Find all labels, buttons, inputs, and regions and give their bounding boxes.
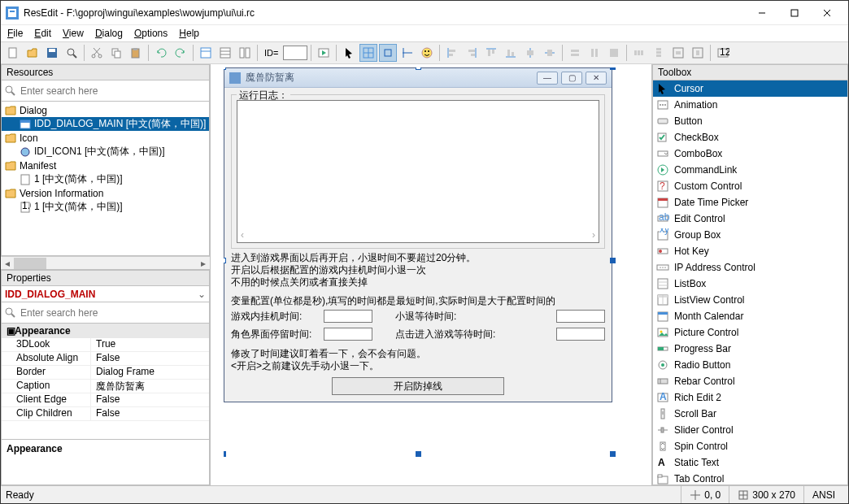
- same-height-icon[interactable]: [586, 44, 603, 62]
- align-top-icon[interactable]: [482, 44, 500, 62]
- tab-order-icon[interactable]: 12: [714, 44, 732, 62]
- menu-help[interactable]: Help: [179, 28, 199, 39]
- same-size-icon[interactable]: [605, 44, 623, 62]
- center-h-icon[interactable]: [521, 44, 539, 62]
- property-row[interactable]: BorderDialog Frame: [2, 366, 209, 380]
- toolbox-item[interactable]: Cursor: [653, 80, 847, 97]
- toolbox-item[interactable]: Slider Control: [653, 422, 847, 438]
- grid-icon[interactable]: [359, 44, 377, 62]
- pointer-icon[interactable]: [340, 44, 358, 62]
- toolbox-item[interactable]: Radio Button: [653, 357, 847, 373]
- toolbox-item[interactable]: ComboBox: [653, 146, 847, 162]
- toolbox-item[interactable]: xyzGroup Box: [653, 227, 847, 243]
- properties-panel-icon[interactable]: [216, 44, 234, 62]
- center-dialog-v-icon[interactable]: [689, 44, 707, 62]
- toolbox-item[interactable]: Scroll Bar: [653, 406, 847, 422]
- redo-icon[interactable]: [172, 44, 189, 62]
- resources-search-input[interactable]: [20, 85, 207, 97]
- properties-search-input[interactable]: [20, 307, 207, 319]
- toolbox-item[interactable]: CommandLink: [653, 162, 847, 178]
- toolbox-item[interactable]: ARich Edit 2: [653, 389, 847, 406]
- toolbox-panel-icon[interactable]: [236, 44, 254, 62]
- start-button[interactable]: 开启防掉线: [332, 377, 504, 395]
- toolbox-item[interactable]: Tab Control: [653, 471, 847, 485]
- field1-input[interactable]: [324, 310, 372, 323]
- tree-icon-item[interactable]: IDI_ICON1 [中文(简体，中国)]: [2, 145, 209, 159]
- align-bottom-icon[interactable]: [502, 44, 520, 62]
- property-row[interactable]: Clip ChildrenFalse: [2, 407, 209, 421]
- menu-view[interactable]: View: [63, 28, 84, 39]
- minimize-button[interactable]: [746, 2, 778, 24]
- toolbox-item[interactable]: Date Time Picker: [653, 194, 847, 211]
- resources-search[interactable]: [1, 80, 210, 102]
- properties-search[interactable]: [1, 302, 210, 324]
- dialog-min-icon[interactable]: —: [537, 72, 558, 85]
- face-icon[interactable]: [418, 44, 436, 62]
- tree-manifest[interactable]: Manifest: [2, 159, 209, 172]
- toolbox-item[interactable]: ListView Control: [653, 292, 847, 308]
- dialog-preview[interactable]: 魔兽防暂离 — ▢ ✕ 运行日志： ‹› 进入到游戏界面以后再开启，小退时间不要…: [224, 67, 612, 402]
- log-textbox[interactable]: ‹›: [237, 100, 599, 243]
- align-left-icon[interactable]: [443, 44, 461, 62]
- resources-panel-icon[interactable]: [197, 44, 215, 62]
- toolbox-list[interactable]: CursorAnimationButtonCheckBoxComboBoxCom…: [652, 80, 848, 485]
- tree-manifest-item[interactable]: 1 [中文(简体，中国)]: [2, 172, 209, 186]
- toolbox-item[interactable]: Spin Control: [653, 438, 847, 454]
- field4-input[interactable]: [556, 328, 605, 341]
- tree-dialog-item[interactable]: IDD_DIALOG_MAIN [中文(简体，中国)]: [2, 117, 209, 131]
- guides-icon[interactable]: [398, 44, 416, 62]
- open-icon[interactable]: [24, 44, 41, 62]
- new-icon[interactable]: [4, 44, 22, 62]
- toolbox-item[interactable]: CheckBox: [653, 129, 847, 146]
- dialog-close-icon[interactable]: ✕: [586, 72, 607, 85]
- toolbox-item[interactable]: ab|Edit Control: [653, 211, 847, 227]
- run-icon[interactable]: [315, 44, 333, 62]
- preview-icon[interactable]: [63, 44, 81, 62]
- tree-version[interactable]: Version Information: [2, 186, 209, 200]
- tree-dialog[interactable]: Dialog: [2, 103, 209, 117]
- tree-icon[interactable]: Icon: [2, 131, 209, 145]
- cut-icon[interactable]: [88, 44, 106, 62]
- property-grid[interactable]: ▣Appearance 3DLookTrueAbsolute AlignFals…: [1, 324, 210, 440]
- toolbox-item[interactable]: Picture Control: [653, 324, 847, 341]
- property-row[interactable]: Caption魔兽防暂离: [2, 380, 209, 393]
- maximize-button[interactable]: [778, 2, 811, 24]
- property-row[interactable]: Absolute AlignFalse: [2, 352, 209, 366]
- center-dialog-h-icon[interactable]: [669, 44, 687, 62]
- id-input[interactable]: [283, 46, 307, 60]
- tree-hscroll[interactable]: ◂▸: [1, 256, 210, 269]
- resource-tree[interactable]: Dialog IDD_DIALOG_MAIN [中文(简体，中国)] Icon …: [1, 102, 210, 256]
- toolbox-item[interactable]: Button: [653, 113, 847, 129]
- design-surface[interactable]: 魔兽防暂离 — ▢ ✕ 运行日志： ‹› 进入到游戏界面以后再开启，小退时间不要…: [211, 64, 651, 485]
- align-right-icon[interactable]: [463, 44, 481, 62]
- properties-combo[interactable]: IDD_DIALOG_MAIN⌄: [1, 286, 210, 302]
- property-category[interactable]: ▣Appearance: [2, 324, 209, 338]
- property-row[interactable]: Client EdgeFalse: [2, 393, 209, 407]
- menu-edit[interactable]: Edit: [34, 28, 51, 39]
- same-width-icon[interactable]: [566, 44, 584, 62]
- property-row[interactable]: 3DLookTrue: [2, 338, 209, 352]
- toolbox-item[interactable]: Rebar Control: [653, 373, 847, 389]
- field2-input[interactable]: [556, 310, 605, 323]
- snap-icon[interactable]: [379, 44, 397, 62]
- dialog-max-icon[interactable]: ▢: [561, 72, 582, 85]
- field3-input[interactable]: [324, 328, 372, 341]
- menu-dialog[interactable]: Dialog: [95, 28, 123, 39]
- close-button[interactable]: [811, 2, 843, 24]
- toolbox-item[interactable]: Progress Bar: [653, 341, 847, 357]
- copy-icon[interactable]: [107, 44, 125, 62]
- space-h-icon[interactable]: [630, 44, 648, 62]
- toolbox-item[interactable]: AStatic Text: [653, 454, 847, 471]
- toolbox-item[interactable]: ?Custom Control: [653, 178, 847, 194]
- tree-version-item[interactable]: 1.01 [中文(简体，中国)]: [2, 200, 209, 214]
- toolbox-item[interactable]: IP Address Control: [653, 259, 847, 276]
- space-v-icon[interactable]: [650, 44, 668, 62]
- toolbox-item[interactable]: Hot Key: [653, 243, 847, 259]
- undo-icon[interactable]: [152, 44, 170, 62]
- center-v-icon[interactable]: [541, 44, 559, 62]
- save-icon[interactable]: [43, 44, 61, 62]
- toolbox-item[interactable]: Animation: [653, 97, 847, 113]
- toolbox-item[interactable]: Month Calendar: [653, 308, 847, 324]
- menu-options[interactable]: Options: [134, 28, 168, 39]
- toolbox-item[interactable]: ListBox: [653, 276, 847, 292]
